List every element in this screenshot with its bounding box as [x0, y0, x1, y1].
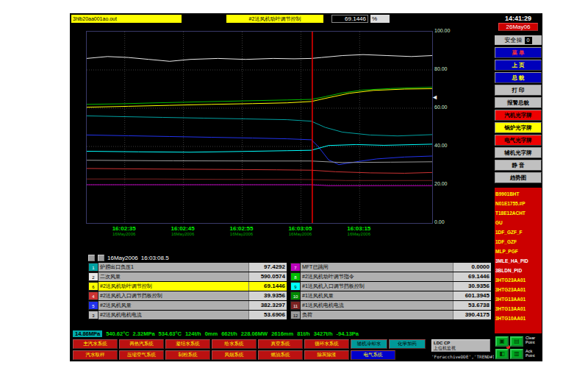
grid-button[interactable]: ▥ [510, 349, 523, 359]
menu-button[interactable]: 给水系统 [212, 339, 257, 349]
alarm-tag[interactable]: 3HTG13AA01 [495, 304, 541, 314]
cursor-step-back-button[interactable] [88, 255, 95, 261]
menu-button[interactable]: 电气系统 [351, 350, 395, 360]
scale-marker-icon[interactable]: ◄ [431, 94, 438, 101]
pen-label: #2送风机风量 [98, 301, 248, 310]
legend-row[interactable]: 1炉膛出口负压197.4292 [88, 263, 287, 272]
sidebar-button[interactable]: 上 页 [495, 60, 542, 71]
pen-color-chip: 11 [290, 301, 301, 310]
alarm-tag[interactable]: 1DF_GZF [495, 237, 541, 247]
sidebar-button[interactable]: 报警总貌 [495, 97, 542, 108]
trend-tag-selector[interactable]: 3hlb20aa001ao.out [71, 15, 182, 23]
pen-value: 0.0000 [453, 263, 491, 272]
y-axis-label: 20.00 [434, 181, 467, 186]
legend-row[interactable]: 6#2送风机动叶调节控制69.1446 [88, 282, 287, 291]
menu-button[interactable]: 主汽水系统 [73, 339, 118, 349]
y-axis-label: 40.00 [434, 143, 467, 148]
pen-label: #2送风机电机电流 [98, 311, 248, 319]
menu-button[interactable]: 压缩空气系统 [119, 350, 164, 360]
legend-row[interactable]: 10#1送风机风量601.3945 [290, 291, 491, 300]
menu-button[interactable]: 循环水系统 [304, 339, 349, 349]
legend-row[interactable]: 12负荷390.4175 [290, 311, 491, 319]
cursor-step-forward-button[interactable] [98, 255, 104, 261]
legend-row[interactable]: 7MFT已跳闸0.0000 [290, 263, 491, 272]
alarm-tag[interactable]: 3MLE_HA_PID [495, 256, 541, 266]
trend-line [87, 54, 432, 61]
sidebar-button[interactable]: 静 音 [495, 160, 542, 171]
menu-button[interactable]: 燃油系统 [258, 350, 303, 360]
x-axis-date: 16May2006 [282, 232, 318, 236]
sidebar-button[interactable]: 汽机光字牌 [495, 110, 542, 121]
legend-row[interactable]: 4#2送风机入口调节挡板控制39.9356 [88, 291, 287, 300]
legend-row[interactable]: 2二次风量590.0574 [88, 272, 287, 281]
menu-button[interactable]: 化学加药 [389, 339, 426, 349]
trend-line [87, 135, 432, 164]
sidebar-button[interactable]: 打 印 [495, 85, 542, 96]
clock-date: 26May06 [498, 23, 538, 31]
sidebar-button[interactable]: 菜 单 [495, 47, 542, 58]
alarm-tag[interactable]: MLP_PGF [495, 247, 541, 256]
display-2-button[interactable]: ▤ [510, 336, 523, 347]
pen-label: 负荷 [301, 311, 453, 319]
x-axis-time: 16:03:05 [282, 225, 318, 232]
legend-row[interactable]: 9#1送风机入口调节挡板控制30.9356 [290, 282, 491, 291]
record-button[interactable]: ◧ [495, 349, 509, 359]
x-axis-time: 16:02:45 [165, 225, 201, 232]
menu-button[interactable]: 除灰除渣 [304, 350, 349, 360]
sidebar-button[interactable]: 锅炉光字牌 [495, 122, 542, 133]
legend-row[interactable]: 11#1送风机电机电流53.6738 [290, 301, 491, 310]
x-axis-tick: 16:03:0516May2006 [282, 225, 318, 236]
alarm-tag[interactable]: 3HTG23AA01 [495, 275, 541, 285]
pen-label: #1送风机入口调节挡板控制 [301, 282, 453, 291]
pen-label: #2送风机动叶调节指令 [301, 272, 453, 281]
sidebar-button[interactable]: 辅机光字牌 [495, 147, 542, 158]
safe-operation-count: 0 [525, 37, 532, 44]
menu-button[interactable]: 真空系统 [258, 339, 303, 349]
pen-color-chip: 3 [88, 311, 98, 319]
sidebar-button[interactable]: 总 貌 [495, 72, 542, 83]
alarm-tag[interactable]: GU [495, 218, 541, 227]
sidebar-button[interactable]: 电气光字牌 [495, 135, 542, 146]
legend-row[interactable]: 3#2送风机电机电流53.6906 [88, 311, 287, 319]
menu-button[interactable]: 凝结水系统 [165, 339, 210, 349]
x-axis-date: 16May2006 [106, 232, 143, 236]
alarm-tag[interactable]: N01E1755.#P [495, 199, 541, 208]
y-axis-label: 80.00 [434, 66, 467, 71]
pen-value: 69.1446 [248, 282, 287, 291]
sidebar-button[interactable]: 趋势图 [495, 172, 542, 183]
menu-button[interactable]: 辅机冷却水 [351, 339, 387, 349]
menu-button[interactable]: 汽水取样 [73, 350, 118, 360]
alarm-tag[interactable]: T18E12ACHT [495, 208, 541, 218]
trend-plot[interactable] [86, 31, 433, 224]
alarm-tag[interactable]: B9901BHT [495, 189, 541, 199]
safe-operation-button[interactable]: 安全操 0 [495, 35, 542, 45]
display-1-button[interactable]: ▣ [495, 336, 509, 347]
alarm-tag[interactable]: 3HTG13AA01 [495, 294, 541, 304]
status-value: 540.62°C [106, 330, 129, 337]
alarm-tag[interactable]: 1DF_GZF_F [495, 227, 541, 237]
sidebar-button-stack: 菜 单上 页总 貌打 印报警总貌汽机光字牌锅炉光字牌电气光字牌辅机光字牌静 音趋… [495, 47, 542, 183]
pen-label: #2送风机动叶调节控制 [98, 282, 248, 291]
trend-unit: % [370, 15, 390, 23]
ack-point-label: Ack Point [526, 349, 542, 358]
status-value: 534.63°C [159, 330, 182, 337]
legend-row[interactable]: 8#2送风机动叶调节指令69.1446 [290, 272, 491, 281]
status-value: 2.32MPa [133, 330, 155, 337]
trend-current-value: 69.1446 [331, 15, 368, 23]
trend-line [87, 87, 432, 104]
menu-button[interactable]: 制粉系统 [165, 350, 210, 360]
ldc-panel[interactable]: LDC CP 上位机监视 [431, 339, 490, 352]
menu-button[interactable]: 风烟系统 [212, 350, 257, 360]
pen-label: #1送风机风量 [301, 291, 453, 300]
alarm-tag[interactable]: 3HTG10AA01 [495, 314, 541, 323]
legend-row[interactable]: 5#2送风机风量382.3297 [88, 301, 287, 310]
status-value: 3427t/h [314, 330, 333, 337]
alarm-tag[interactable]: 3HTG23AA01 [495, 285, 541, 294]
safe-operation-label: 安全操 [505, 36, 523, 44]
pen-color-chip: 12 [290, 311, 301, 319]
pen-value: 53.6738 [453, 301, 491, 310]
ldc-line: 上位机监视 [434, 345, 488, 352]
cursor-date: 16May2006 [107, 255, 138, 261]
menu-button[interactable]: 再热汽系统 [119, 339, 164, 349]
alarm-tag[interactable]: 3BLDN_PID [495, 266, 541, 275]
